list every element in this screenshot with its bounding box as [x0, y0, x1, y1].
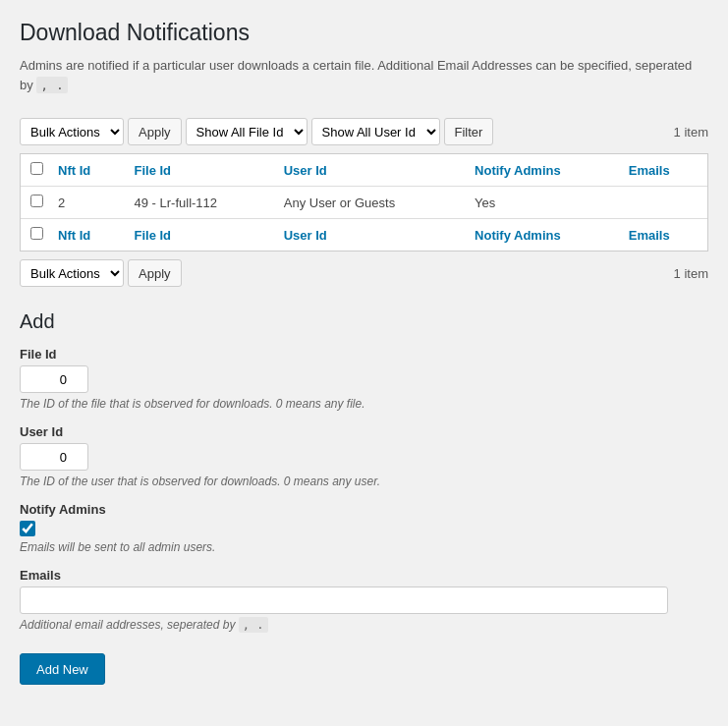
select-all-checkbox-bottom[interactable]: [30, 227, 43, 240]
page-title: Download Notifications: [20, 20, 708, 46]
file-id-help: The ID of the file that is observed for …: [20, 397, 708, 411]
notify-admins-sort-link[interactable]: Notify Admins: [475, 163, 561, 178]
nft-id-sort-link[interactable]: Nft Id: [58, 163, 90, 178]
row-user-id: Any User or Guests: [274, 187, 465, 219]
emails-input[interactable]: [20, 586, 668, 614]
notify-admins-checkbox[interactable]: [20, 521, 35, 536]
show-file-id-select[interactable]: Show All File Id: [186, 118, 308, 145]
notifications-table-wrapper: Nft Id File Id User Id Notify Admins Ema…: [20, 153, 708, 251]
notify-admins-help: Emails will be sent to all admin users.: [20, 540, 708, 554]
item-count-top: 1 item: [674, 125, 708, 140]
footer-emails: Emails: [619, 219, 707, 251]
apply-top-button[interactable]: Apply: [128, 118, 182, 145]
footer-notify-admins-link[interactable]: Notify Admins: [475, 228, 561, 243]
header-nft-id: Nft Id: [48, 154, 125, 187]
apply-bottom-button[interactable]: Apply: [128, 259, 182, 287]
footer-nft-id: Nft Id: [48, 219, 125, 251]
table-row: 2 49 - Lr-full-112 Any User or Guests Ye…: [21, 187, 707, 219]
emails-field: Emails Additional email addresses, seper…: [20, 568, 708, 632]
emails-help: Additional email addresses, seperated by…: [20, 618, 708, 632]
notify-admins-label: Notify Admins: [20, 502, 708, 517]
file-id-input[interactable]: [20, 365, 88, 393]
item-count-bottom: 1 item: [674, 266, 708, 281]
table-footer-row: Nft Id File Id User Id Notify Admins Ema…: [21, 219, 707, 251]
footer-nft-id-link[interactable]: Nft Id: [58, 228, 90, 243]
file-id-field: File Id The ID of the file that is obser…: [20, 347, 708, 411]
header-notify-admins: Notify Admins: [465, 154, 619, 187]
footer-file-id: File Id: [125, 219, 274, 251]
header-emails: Emails: [619, 154, 707, 187]
file-id-sort-link[interactable]: File Id: [135, 163, 172, 178]
user-id-help: The ID of the user that is observed for …: [20, 475, 708, 488]
select-all-checkbox-top[interactable]: [30, 162, 43, 175]
row-notify-admins: Yes: [465, 187, 619, 219]
notify-admins-field: Notify Admins Emails will be sent to all…: [20, 502, 708, 554]
add-section: Add File Id The ID of the file that is o…: [20, 310, 708, 685]
user-id-input[interactable]: [20, 443, 88, 471]
row-nft-id: 2: [48, 187, 125, 219]
row-checkbox[interactable]: [30, 195, 43, 207]
filter-button[interactable]: Filter: [444, 118, 494, 145]
emails-label: Emails: [20, 568, 708, 583]
file-id-label: File Id: [20, 347, 708, 362]
bulk-actions-top-select[interactable]: Bulk Actions: [20, 118, 124, 145]
header-checkbox-cell: [21, 154, 48, 187]
bottom-toolbar: Bulk Actions Apply 1 item: [20, 251, 708, 295]
user-id-field: User Id The ID of the user that is obser…: [20, 424, 708, 488]
header-file-id: File Id: [125, 154, 274, 187]
emails-sort-link[interactable]: Emails: [629, 163, 670, 178]
notifications-table: Nft Id File Id User Id Notify Admins Ema…: [21, 154, 707, 251]
footer-emails-link[interactable]: Emails: [629, 228, 670, 243]
row-checkbox-cell: [21, 187, 48, 219]
footer-notify-admins: Notify Admins: [465, 219, 619, 251]
footer-checkbox-cell: [21, 219, 48, 251]
header-user-id: User Id: [274, 154, 465, 187]
add-new-button[interactable]: Add New: [20, 653, 105, 685]
footer-user-id: User Id: [274, 219, 465, 251]
user-id-sort-link[interactable]: User Id: [284, 163, 327, 178]
table-header-row: Nft Id File Id User Id Notify Admins Ema…: [21, 154, 707, 187]
add-section-title: Add: [20, 310, 708, 333]
bulk-actions-bottom-select[interactable]: Bulk Actions: [20, 259, 124, 287]
show-user-id-select[interactable]: Show All User Id: [311, 118, 440, 145]
user-id-label: User Id: [20, 424, 708, 439]
top-toolbar: Bulk Actions Apply Show All File Id Show…: [20, 110, 708, 153]
footer-user-id-link[interactable]: User Id: [284, 228, 327, 243]
row-emails: [619, 187, 707, 219]
notify-admins-checkbox-row: [20, 521, 708, 536]
row-file-id: 49 - Lr-full-112: [125, 187, 274, 219]
footer-file-id-link[interactable]: File Id: [135, 228, 172, 243]
page-description: Admins are notified if a particular user…: [20, 56, 708, 94]
